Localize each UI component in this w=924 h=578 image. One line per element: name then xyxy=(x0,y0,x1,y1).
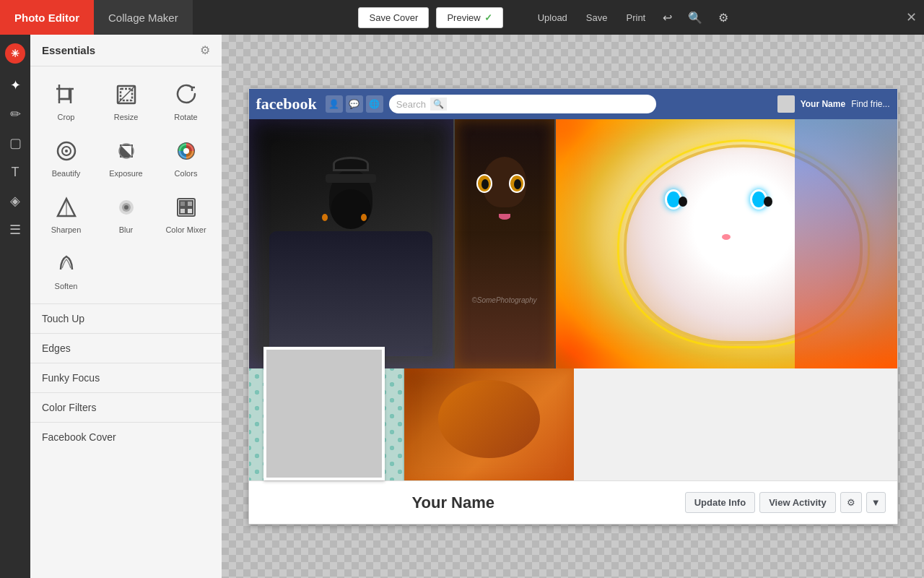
settings-button[interactable]: ⚙ xyxy=(714,8,733,27)
tool-resize[interactable]: Resize xyxy=(97,74,154,127)
fb-search-text: Search xyxy=(396,99,426,110)
fb-logo: facebook xyxy=(256,95,317,113)
cover-image-1 xyxy=(249,119,455,368)
tool-rotate[interactable]: Rotate xyxy=(157,74,214,127)
svg-point-16 xyxy=(183,148,189,154)
view-activity-button[interactable]: View Activity xyxy=(759,492,835,513)
section-color-filters[interactable]: Color Filters xyxy=(30,392,222,422)
beautify-label: Beautify xyxy=(52,169,81,178)
exposure-icon xyxy=(111,136,141,166)
undo-button[interactable]: ↩ xyxy=(658,8,676,27)
fb-nav-right: Your Name Find frie... xyxy=(777,95,890,113)
colors-label: Colors xyxy=(175,169,198,178)
cover-bottom-row xyxy=(249,368,897,480)
section-edges[interactable]: Edges xyxy=(30,333,222,363)
upload-button[interactable]: Upload xyxy=(532,9,573,26)
save-cover-button[interactable]: Save Cover xyxy=(358,7,429,28)
tool-blur[interactable]: Blur xyxy=(97,186,154,240)
tool-colors[interactable]: Colors xyxy=(157,130,214,184)
fb-user-avatar xyxy=(777,95,795,113)
preview-check-icon: ✓ xyxy=(484,12,492,23)
soften-icon xyxy=(51,249,82,279)
fb-profile-area: Your Name Update Info View Activity ⚙ ▼ xyxy=(249,480,897,524)
fb-navbar: facebook 👤 💬 🌐 Search 🔍 Your Name Find f… xyxy=(249,89,897,119)
fb-profile-actions: Update Info View Activity ⚙ ▼ xyxy=(685,492,886,513)
tool-sharpen[interactable]: Sharpen xyxy=(38,186,95,240)
sharpen-icon xyxy=(51,192,82,223)
sidebar-item-layers[interactable]: ☰ xyxy=(2,217,28,243)
rotate-icon xyxy=(171,79,201,110)
cover-collage-wrapper: ©SomePhotography xyxy=(249,119,897,480)
exposure-label: Exposure xyxy=(109,169,142,178)
fb-username: Your Name xyxy=(801,99,845,109)
colors-icon xyxy=(171,136,201,166)
app-logo: ✳ xyxy=(2,40,28,66)
crop-icon xyxy=(51,79,82,110)
resize-icon xyxy=(111,79,141,110)
tool-soften[interactable]: Soften xyxy=(38,243,95,296)
panel-settings-icon[interactable]: ⚙ xyxy=(200,43,210,57)
tab-photo-editor[interactable]: Photo Editor xyxy=(0,0,94,35)
color-mixer-label: Color Mixer xyxy=(165,225,206,234)
tool-color-mixer[interactable]: Color Mixer xyxy=(157,186,214,240)
blur-label: Blur xyxy=(119,225,134,234)
canvas-area: facebook 👤 💬 🌐 Search 🔍 Your Name Find f… xyxy=(222,35,924,578)
fb-find-friends: Find frie... xyxy=(851,99,889,109)
rotate-label: Rotate xyxy=(174,113,197,121)
crop-label: Crop xyxy=(58,113,75,121)
sidebar-item-frame[interactable]: ▢ xyxy=(2,130,28,156)
blur-icon xyxy=(111,192,141,223)
facebook-preview: facebook 👤 💬 🌐 Search 🔍 Your Name Find f… xyxy=(248,88,898,525)
panel-title: Essentials xyxy=(42,44,95,56)
svg-rect-27 xyxy=(187,208,193,214)
section-touch-up[interactable]: Touch Up xyxy=(30,303,222,333)
svg-rect-24 xyxy=(180,201,186,207)
fb-globe-icon: 🌐 xyxy=(366,95,383,113)
top-bar: Photo Editor Collage Maker Save Cover Pr… xyxy=(0,0,924,35)
fb-search-bar[interactable]: Search 🔍 xyxy=(389,95,656,113)
save-button[interactable]: Save xyxy=(580,9,614,26)
main-layout: ✳ ✦ ✏ ▢ T ◈ ☰ Essentials ⚙ xyxy=(0,35,924,578)
logo-circle: ✳ xyxy=(5,43,25,64)
svg-point-22 xyxy=(124,205,128,210)
fb-profile-name: Your Name xyxy=(412,493,495,512)
svg-rect-26 xyxy=(180,208,186,214)
panel-header: Essentials ⚙ xyxy=(30,35,222,66)
tool-grid: Crop Resize xyxy=(30,66,222,303)
tool-crop[interactable]: Crop xyxy=(38,74,95,127)
beautify-icon xyxy=(51,136,82,166)
section-facebook-cover[interactable]: Facebook Cover xyxy=(30,422,222,452)
cover-image-2: ©SomePhotography xyxy=(455,119,556,368)
section-funky-focus[interactable]: Funky Focus xyxy=(30,363,222,392)
cover-image-4 xyxy=(404,368,574,480)
fb-friends-icon: 👤 xyxy=(326,95,343,113)
fb-nav-icons: 👤 💬 🌐 xyxy=(326,95,383,113)
fb-chat-icon: 💬 xyxy=(346,95,363,113)
search-button[interactable]: 🔍 xyxy=(684,8,707,27)
update-info-button[interactable]: Update Info xyxy=(685,492,756,513)
print-button[interactable]: Print xyxy=(621,9,652,26)
sidebar-item-text[interactable]: T xyxy=(2,159,28,185)
fb-search-button[interactable]: 🔍 xyxy=(430,98,447,111)
tab-collage-maker[interactable]: Collage Maker xyxy=(94,0,193,35)
cover-profile-placeholder[interactable] xyxy=(263,347,385,480)
preview-button[interactable]: Preview ✓ xyxy=(436,7,502,28)
tool-exposure[interactable]: Exposure xyxy=(97,130,154,184)
icon-bar: ✳ ✦ ✏ ▢ T ◈ ☰ xyxy=(0,35,30,578)
soften-label: Soften xyxy=(55,282,78,290)
svg-point-12 xyxy=(65,150,68,152)
fb-dropdown-button[interactable]: ▼ xyxy=(866,492,886,513)
cover-image-3 xyxy=(556,119,897,368)
cover-top-row: ©SomePhotography xyxy=(249,119,897,368)
sidebar-item-3d[interactable]: ◈ xyxy=(2,188,28,214)
close-button[interactable]: ✕ xyxy=(899,7,924,28)
tool-beautify[interactable]: Beautify xyxy=(38,130,95,184)
svg-rect-25 xyxy=(187,201,193,207)
sidebar-item-brush[interactable]: ✏ xyxy=(2,101,28,127)
preview-label: Preview xyxy=(447,12,480,23)
sidebar-item-selection[interactable]: ✦ xyxy=(2,72,28,98)
sharpen-label: Sharpen xyxy=(51,225,82,234)
cover-spacer xyxy=(574,368,897,480)
top-bar-center: Save Cover Preview ✓ Upload Save Print ↩… xyxy=(193,7,899,28)
fb-gear-button[interactable]: ⚙ xyxy=(840,492,862,513)
